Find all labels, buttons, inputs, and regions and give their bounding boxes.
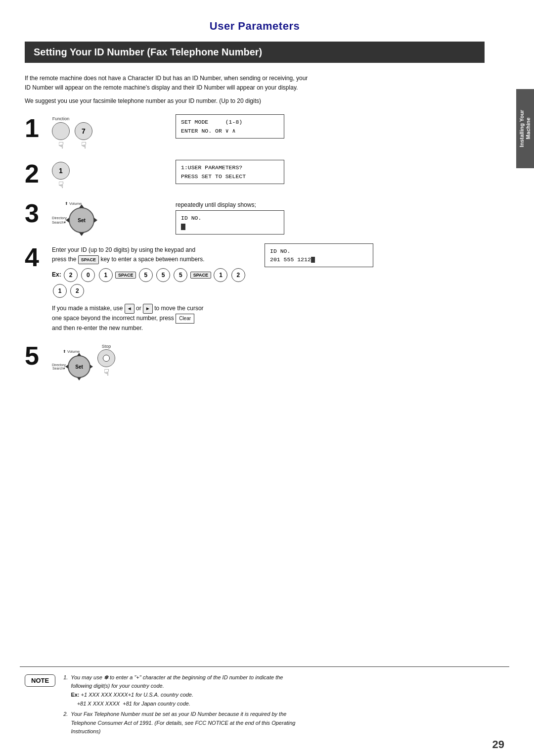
step-4-text2: If you made a mistake, use ◄ or ► to mov… [52,304,204,333]
note-section: NOTE 1. You may use ✽ to enter a "+" cha… [25,673,504,736]
sidebar-tab: Installing YourMachine [516,89,534,168]
step-5-row: 5 ⬆ Volume DirectorySearch▾ Set [25,342,485,378]
arrow-right-key: ► [143,304,153,314]
note-ex-label: Ex: [71,692,79,698]
steps-area: 1 Function ☟ 7 ☟ [25,114,485,387]
function-button-widget: Function ☟ [52,116,70,151]
function-circle [52,122,70,140]
stop-finger: ☟ [104,367,109,378]
directory-search-label: DirectorySearch▾ [52,216,67,225]
note-box: NOTE [25,674,55,687]
repeat-text: repeatedly until display shows; [176,201,485,208]
key-2c-circle: 2 [70,284,84,298]
key-5c-circle: 5 [174,268,187,282]
step-3-right: repeatedly until display shows; ID NO. [176,199,485,235]
step-2-display: 1:USER PARAMETERS? PRESS SET TO SELECT [176,160,284,184]
space-key-ex2: SPACE [190,272,211,279]
key-0-circle: 0 [81,268,95,282]
step-4-text1: Enter your ID (up to 20 digits) by using… [52,245,205,264]
step-2-row: 2 1 ☟ 1:USER PARAMETERS? PRESS SET TO SE… [25,160,485,190]
clear-key: Clear [176,314,194,324]
step-1-display: SET MODE (1-8) ENTER NO. OR ∨ ∧ [176,114,284,139]
suggest-text: We suggest you use your facsimile teleph… [25,97,485,104]
key-5b-circle: 5 [156,268,170,282]
function-finger: ☟ [58,140,64,151]
step-1-right: SET MODE (1-8) ENTER NO. OR ∨ ∧ [176,114,485,139]
step-2-right: 1:USER PARAMETERS? PRESS SET TO SELECT [176,160,485,184]
note-item-1: 1. You may use ✽ to enter a "+" characte… [63,673,504,708]
key-1a-circle: 1 [99,268,113,282]
step-1-content: Function ☟ 7 ☟ SET MODE (1-8) [52,114,485,151]
step-3-content: ⬆ Volume DirectorySearch▾ Set [52,199,485,235]
step-5-content: ⬆ Volume DirectorySearch▾ Set [52,342,485,378]
step-3-display: ID NO. [176,210,284,235]
step-4-content: Enter your ID (up to 20 digits) by using… [52,243,485,333]
key1-circle: 1 [52,162,70,180]
step-4-right: ID NO. 201 555 1212 [265,243,485,268]
step-1-number: 1 [25,114,52,141]
key7-circle: 7 [75,122,92,140]
space-key: SPACE [78,255,99,264]
step-1-left: Function ☟ 7 ☟ [52,114,161,151]
key1-finger: ☟ [58,180,64,190]
step-2-left: 1 ☟ [52,160,161,190]
arrow-left-key: ◄ [125,304,134,314]
note-text: 1. You may use ✽ to enter a "+" characte… [63,673,504,736]
note-item-2: 2. Your Fax Telephone Number must be set… [63,710,504,736]
stop-inner [103,355,110,362]
step-2-number: 2 [25,160,52,187]
step-1-row: 1 Function ☟ 7 ☟ [25,114,485,151]
key7-widget: 7 ☟ [75,122,92,151]
key-2-circle: 2 [64,268,78,282]
key7-finger: ☟ [81,140,87,151]
bottom-divider [20,666,509,667]
step-2-content: 1 ☟ 1:USER PARAMETERS? PRESS SET TO SELE… [52,160,485,190]
intro-text-line1: If the remote machine does not have a Ch… [25,74,485,93]
function-label: Function [52,116,70,121]
key1-widget: 1 ☟ [52,162,70,190]
section-heading: Setting Your ID Number (Fax Telephone Nu… [25,42,485,63]
main-content: User Parameters Setting Your ID Number (… [0,0,514,407]
step-3-row: 3 ⬆ Volume DirectorySearch▾ [25,199,485,235]
page-title: User Parameters [25,20,485,33]
set-button-5: Set [68,355,90,378]
key-1b-circle: 1 [214,268,227,282]
step-3-left: ⬆ Volume DirectorySearch▾ Set [52,199,161,233]
key-2b-circle: 2 [231,268,245,282]
step-4-left: Enter your ID (up to 20 digits) by using… [52,243,250,333]
stop-label: Stop [102,344,111,349]
key-1c-circle: 1 [53,284,67,298]
step-5-number: 5 [25,342,52,369]
dir-search-label-5: DirectorySearch▾ [52,363,66,371]
step-3-number: 3 [25,199,52,226]
step-5-left: ⬆ Volume DirectorySearch▾ Set [52,342,161,378]
step-4-number: 4 [25,243,52,270]
ex-line: Ex: 2 0 1 SPACE 5 5 5 SPACE 1 2 1 2 [52,267,250,299]
sidebar-label: Installing YourMachine [519,110,532,147]
stop-circle [97,349,115,367]
stop-button-widget: Stop ☟ [97,344,115,378]
step-4-display: ID NO. 201 555 1212 [265,243,373,268]
page-number: 29 [492,738,504,751]
key-5a-circle: 5 [139,268,153,282]
step-4-row: 4 Enter your ID (up to 20 digits) by usi… [25,243,485,333]
set-button-group: Set [69,207,94,233]
space-key-ex1: SPACE [115,272,136,279]
